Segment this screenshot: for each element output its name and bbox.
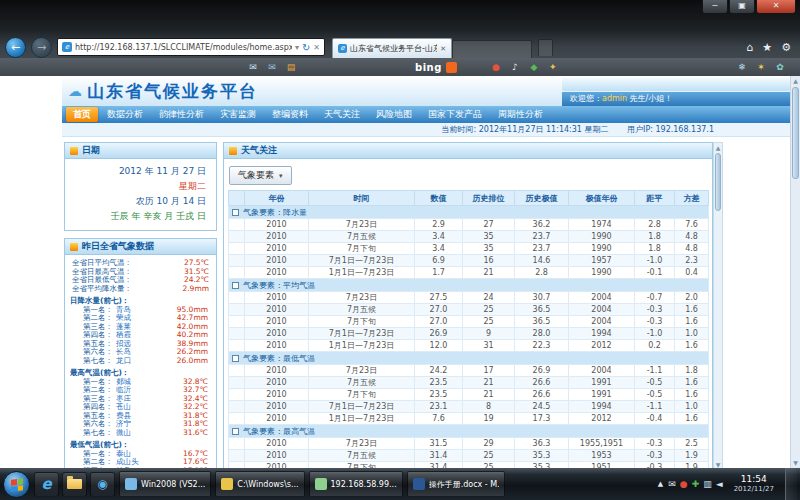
table-header-cell: 距平 — [635, 191, 675, 206]
table-header-cell — [229, 191, 245, 206]
media-player-icon[interactable]: ◉ — [90, 472, 115, 497]
section-checkbox[interactable] — [232, 428, 239, 435]
address-url[interactable]: http://192.168.137.1/SLCCLIMATE/modules/… — [75, 43, 292, 52]
address-dropdown-icon[interactable]: ▾ — [295, 43, 299, 52]
flower-icon[interactable]: ✿ — [773, 61, 787, 74]
main-nav: 首页数据分析韵律性分析灾害监测整编资料天气关注风险地图国家下发产品周期性分析 — [62, 106, 790, 123]
snow-icon[interactable]: ❄ — [735, 61, 749, 74]
table-cell: 0.2 — [635, 340, 675, 352]
table-row[interactable]: 20107月五候3.43523.719901.84.8 — [229, 231, 709, 243]
nav-item[interactable]: 数据分析 — [100, 107, 150, 122]
table-row[interactable]: 20107月1日—7月23日23.1824.51994-1.11.0 — [229, 401, 709, 413]
table-row[interactable]: 20107月23日31.52936.31955,1951-0.32.5 — [229, 438, 709, 450]
station-link[interactable]: 微山 — [116, 429, 131, 438]
browser-scrollbar-thumb[interactable] — [792, 87, 799, 179]
table-row[interactable]: 20107月23日24.21726.92004-1.11.8 — [229, 365, 709, 377]
inner-scrollbar[interactable]: ▲ ▼ — [713, 142, 723, 468]
ie-icon[interactable]: e — [34, 472, 59, 497]
browser-scrollbar[interactable]: ▲ ▼ — [790, 76, 800, 468]
safety-shield-icon[interactable]: ✚ — [692, 479, 700, 489]
table-row[interactable]: 20107月23日27.52430.72004-0.72.0 — [229, 292, 709, 304]
table-row[interactable]: 20101月1日—7月23日12.03122.320120.21.6 — [229, 340, 709, 352]
section-checkbox[interactable] — [232, 282, 239, 289]
station-link[interactable]: 龙口 — [116, 357, 131, 366]
close-button[interactable]: ✕ — [756, 0, 796, 14]
nav-item[interactable]: 周期性分析 — [491, 107, 550, 122]
nav-item[interactable]: 国家下发产品 — [421, 107, 489, 122]
browser-scroll-down-icon[interactable]: ▼ — [791, 458, 800, 468]
section-checkbox[interactable] — [232, 355, 239, 362]
favorites-star-icon[interactable]: ★ — [762, 41, 772, 54]
mail-icon[interactable]: ✉ — [246, 61, 260, 74]
bing-badge-icon[interactable] — [446, 62, 457, 73]
element-dropdown-button[interactable]: 气象要素 ▾ — [229, 166, 292, 185]
nav-item[interactable]: 风险地图 — [369, 107, 419, 122]
table-header-cell: 方差 — [675, 191, 709, 206]
table-row[interactable]: 20107月五候23.52126.61991-0.51.6 — [229, 377, 709, 389]
table-row[interactable]: 20107月下旬3.43523.719901.84.8 — [229, 243, 709, 255]
mail-open-icon[interactable]: ✉ — [265, 61, 279, 74]
tools-gear-icon[interactable]: ⚙ — [781, 41, 791, 54]
table-row[interactable]: 20101月1日—7月23日7.61917.32012-0.41.6 — [229, 413, 709, 425]
table-row[interactable]: 20107月23日2.92736.219742.87.6 — [229, 219, 709, 231]
address-bar[interactable]: e http://192.168.137.1/SLCCLIMATE/module… — [57, 38, 325, 56]
browser-tab[interactable] — [452, 40, 532, 58]
table-row[interactable]: 20107月1日—7月23日6.91614.61957-1.02.3 — [229, 255, 709, 267]
task-window-button[interactable]: 操作手册.docx - M... — [407, 471, 505, 497]
forward-button[interactable]: → — [31, 37, 52, 58]
music-icon[interactable]: ♪ — [508, 61, 522, 74]
explorer-folder-icon[interactable] — [62, 472, 87, 497]
photo-icon[interactable]: ◆ — [527, 61, 541, 74]
table-cell: -0.3 — [635, 316, 675, 328]
im-icon[interactable]: ● — [489, 61, 503, 74]
nav-item[interactable]: 灾害监测 — [213, 107, 263, 122]
browser-scroll-up-icon[interactable]: ▲ — [791, 76, 800, 86]
home-icon[interactable]: ⌂ — [746, 41, 753, 54]
network-tray-icon[interactable]: ▥ — [703, 479, 712, 489]
volume-tray-icon[interactable]: ◄ — [716, 479, 723, 489]
game-icon[interactable]: ✦ — [546, 61, 560, 74]
qq-tray-icon[interactable]: ● — [680, 479, 688, 489]
rank-value: 26.0mm — [177, 357, 211, 366]
nav-item[interactable]: 整编资料 — [265, 107, 315, 122]
scroll-up-icon[interactable]: ▲ — [714, 143, 722, 152]
nav-item[interactable]: 首页 — [66, 107, 98, 122]
new-tab-button[interactable] — [538, 39, 553, 56]
clock[interactable]: 11:54 2012/11/27 — [728, 474, 780, 493]
star-favorite-icon[interactable]: ✶ — [754, 61, 768, 74]
table-cell: -0.1 — [635, 267, 675, 279]
minimize-button[interactable]: ─ — [702, 0, 728, 14]
task-window-button[interactable]: Win2008 (VS2... — [119, 471, 211, 497]
table-cell: 2010 — [245, 267, 309, 279]
browser-tab[interactable]: e山东省气候业务平台-山东...✕ — [332, 38, 452, 58]
bing-logo[interactable]: bing — [415, 62, 442, 73]
maximize-button[interactable]: ▣ — [729, 0, 755, 14]
table-cell: 2010 — [245, 328, 309, 340]
scroll-down-icon[interactable]: ▼ — [714, 460, 722, 468]
refresh-icon[interactable]: ↻ — [302, 42, 310, 53]
section-checkbox[interactable] — [232, 209, 239, 216]
inner-scrollbar-thumb[interactable] — [715, 153, 721, 211]
start-button[interactable] — [3, 471, 30, 498]
table-row[interactable]: 20107月下旬27.02536.52004-0.31.6 — [229, 316, 709, 328]
back-button[interactable]: ← — [5, 37, 26, 58]
nav-item[interactable]: 天气关注 — [317, 107, 367, 122]
table-cell: 1991 — [569, 377, 635, 389]
task-window-button[interactable]: C:\Windows\s... — [215, 471, 304, 497]
table-row[interactable]: 20107月1日—7月23日26.9928.01994-1.01.0 — [229, 328, 709, 340]
message-tray-icon[interactable]: ✉ — [668, 479, 676, 489]
nav-item[interactable]: 韵律性分析 — [152, 107, 211, 122]
rank-item: 第七名：龙口26.0mm — [70, 357, 211, 366]
tray-chevron-icon[interactable]: ▲ — [658, 480, 663, 488]
show-desktop-button[interactable] — [785, 468, 797, 500]
tab-close-icon[interactable]: ✕ — [440, 45, 446, 53]
table-row[interactable]: 20107月五候27.02536.52004-0.31.6 — [229, 304, 709, 316]
stamp-icon[interactable]: ▤ — [284, 61, 298, 74]
table-row[interactable]: 20101月1日—7月23日1.7212.81990-0.10.4 — [229, 267, 709, 279]
table-row[interactable]: 20107月下旬23.52126.61991-0.51.6 — [229, 389, 709, 401]
task-window-button[interactable]: 192.168.58.99... — [309, 471, 403, 497]
table-cell: 1.0 — [675, 328, 709, 340]
stop-icon[interactable]: ✕ — [313, 43, 320, 52]
table-cell: -0.3 — [635, 304, 675, 316]
table-row[interactable]: 20107月五候31.42535.31953-0.31.9 — [229, 450, 709, 462]
